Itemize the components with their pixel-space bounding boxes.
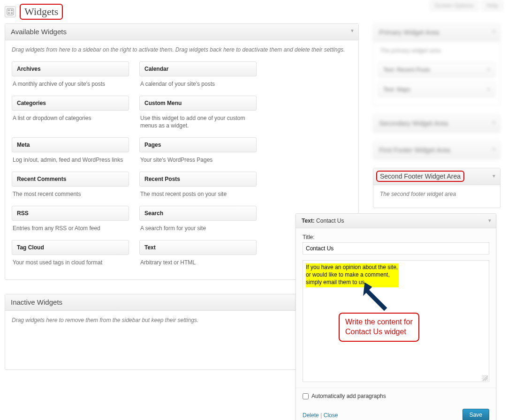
available-widget-desc: A list or dropdown of categories <box>12 111 129 124</box>
editor-header[interactable]: Text: Contact Us ▼ <box>296 214 496 228</box>
delete-link[interactable]: Delete <box>303 412 319 419</box>
available-widget-handle[interactable]: Calendar <box>139 61 257 76</box>
available-widget-desc: The most recent posts on your site <box>139 187 257 200</box>
svg-rect-4 <box>11 12 13 14</box>
available-widget-desc: Log in/out, admin, feed and WordPress li… <box>12 152 129 166</box>
available-widget-handle[interactable]: Custom Menu <box>139 96 257 111</box>
available-widget-handle[interactable]: Recent Posts <box>139 172 257 187</box>
available-widgets-desc: Drag widgets from here to a sidebar on t… <box>5 40 358 57</box>
secondary-widget-area-title: Secondary Widget Area <box>379 120 448 127</box>
highlighted-content: If you have an opinion about the site,or… <box>306 263 399 287</box>
annotation-callout: Write the content forContact Us widget <box>339 313 419 342</box>
available-widget-handle[interactable]: Archives <box>12 61 129 76</box>
svg-rect-1 <box>8 9 10 11</box>
available-widget-desc: The most recent comments <box>12 187 129 200</box>
available-widget-handle[interactable]: Meta <box>12 137 129 152</box>
chevron-down-icon[interactable]: ▼ <box>486 87 491 92</box>
available-widget-handle[interactable]: Tag Cloud <box>12 240 129 255</box>
top-right-buttons: Screen Options Help <box>430 0 503 11</box>
widget-title-input[interactable] <box>303 242 489 255</box>
chevron-down-icon[interactable]: ▼ <box>487 218 492 223</box>
secondary-widget-area[interactable]: Secondary Widget Area▼ <box>373 114 500 133</box>
available-widgets-header[interactable]: Available Widgets ▼ <box>5 24 358 40</box>
second-footer-widget-area-title: Second Footer Widget Area <box>380 172 461 180</box>
primary-widget-area-title: Primary Widget Area <box>379 29 439 36</box>
available-widget-desc: Your site's WordPress Pages <box>139 152 257 166</box>
available-widget-handle[interactable]: Recent Comments <box>12 172 129 187</box>
primary-widget-area[interactable]: Primary Widget Area▼ The primary widget … <box>373 23 500 106</box>
first-footer-widget-area[interactable]: First Footer Widget Area▼ <box>373 141 500 159</box>
second-footer-widget-area-desc: The second footer widget area <box>373 185 500 203</box>
available-widget-desc: A monthly archive of your site's posts <box>12 76 129 90</box>
second-footer-widget-area[interactable]: Second Footer Widget Area ▼ The second f… <box>373 168 500 208</box>
available-widget-desc: A search form for your site <box>139 221 257 234</box>
sidebar-widget-item[interactable]: Text: Maps▼ <box>378 82 495 97</box>
widgets-icon <box>5 6 16 17</box>
help-button[interactable]: Help <box>481 0 503 11</box>
svg-rect-3 <box>8 12 10 14</box>
chevron-down-icon[interactable]: ▼ <box>492 173 496 179</box>
available-widget-desc: A calendar of your site's posts <box>139 76 257 90</box>
primary-widget-area-desc: The primary widget area <box>373 42 500 60</box>
autop-label: Automatically add paragraphs <box>311 393 386 399</box>
available-widgets-title: Available Widgets <box>11 28 67 36</box>
widget-label: Text: Maps <box>383 86 410 93</box>
available-widget-handle[interactable]: Text <box>139 240 257 255</box>
available-widget-handle[interactable]: RSS <box>12 206 129 221</box>
sidebar-widget-item[interactable]: Text: Recent Posts▼ <box>378 62 495 77</box>
first-footer-widget-area-title: First Footer Widget Area <box>379 146 450 154</box>
inactive-widgets-title: Inactive Widgets <box>11 298 62 306</box>
chevron-down-icon[interactable]: ▼ <box>486 67 491 72</box>
editor-head-name: Contact Us <box>315 218 344 224</box>
chevron-down-icon[interactable]: ▼ <box>492 29 496 34</box>
widget-label: Text: Recent Posts <box>383 67 430 73</box>
chevron-down-icon[interactable]: ▼ <box>350 28 355 33</box>
available-widget-handle[interactable]: Pages <box>139 137 257 152</box>
editor-head-prefix: Text: <box>302 218 315 224</box>
available-widget-handle[interactable]: Search <box>139 206 257 221</box>
second-footer-title-highlight: Second Footer Widget Area <box>376 171 464 182</box>
resize-handle-icon[interactable] <box>482 375 488 381</box>
available-widget-desc: Entries from any RSS or Atom feed <box>12 221 129 234</box>
page-title-highlight: Widgets <box>20 4 63 20</box>
available-widget-desc: Your most used tags in cloud format <box>12 255 129 269</box>
chevron-down-icon[interactable]: ▼ <box>492 120 496 125</box>
title-field-label: Title: <box>303 234 489 240</box>
available-widget-desc: Arbitrary text or HTML <box>139 255 257 269</box>
page-title: Widgets <box>24 6 58 18</box>
available-widget-desc: Use this widget to add one of your custo… <box>139 111 257 132</box>
svg-rect-2 <box>11 9 13 11</box>
save-button[interactable]: Save <box>463 409 489 420</box>
screen-options-button[interactable]: Screen Options <box>430 0 479 11</box>
close-link[interactable]: Close <box>324 412 338 419</box>
available-widget-handle[interactable]: Categories <box>12 96 129 111</box>
chevron-down-icon[interactable]: ▼ <box>492 147 496 152</box>
autop-checkbox[interactable] <box>303 393 309 399</box>
